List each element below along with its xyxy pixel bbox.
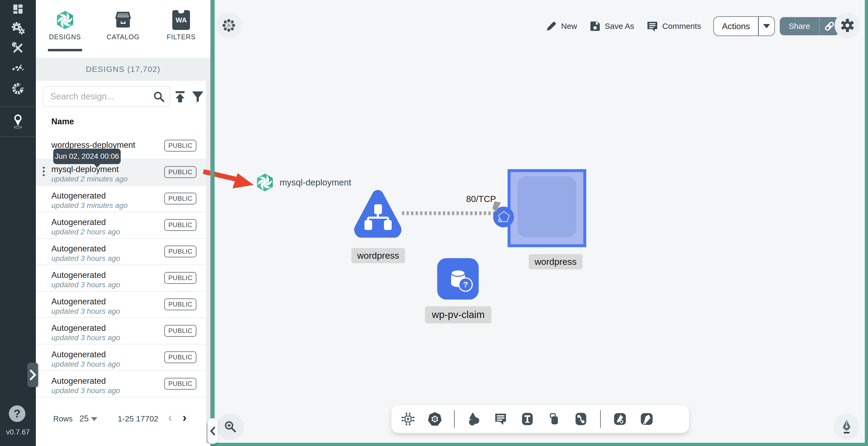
rows-label: Rows [53, 414, 73, 423]
wordpress-deployment-label: wordpress [529, 254, 583, 269]
mesh-settings-button[interactable] [216, 12, 242, 38]
panel-collapse-button[interactable] [208, 418, 218, 444]
search-input[interactable] [50, 87, 152, 106]
wordpress-service-label: wordpress [351, 248, 405, 263]
list-scrollbar-track[interactable] [206, 81, 210, 444]
design-name: mysql-deployment [51, 165, 119, 174]
zoom-in-icon [223, 420, 237, 434]
pencil-tool-icon[interactable] [639, 412, 654, 426]
actions-button[interactable]: Actions [713, 16, 775, 36]
nav-divider [0, 136, 36, 137]
design-list-item[interactable]: Autogenerated updated 3 hours ago PUBLIC [36, 291, 206, 318]
connect-curve-icon[interactable] [574, 412, 588, 426]
active-tab-underline [48, 49, 82, 51]
design-list-item[interactable]: Autogenerated updated 3 hours ago PUBLIC [36, 265, 206, 291]
design-updated-label: updated 3 hours ago [51, 307, 120, 316]
meshery-logo-icon [55, 10, 75, 31]
design-updated-label: updated 3 hours ago [51, 254, 120, 263]
nav-divider [0, 106, 36, 107]
canvas-border-bottom [211, 443, 868, 446]
prev-page-button[interactable]: ‹ [168, 411, 172, 423]
designs-list: wordpress-deployment PUBLIC mysql-deploy… [36, 133, 206, 398]
pen-mode-button[interactable] [834, 414, 860, 440]
save-as-button[interactable]: Save As [589, 21, 634, 32]
canvas-border-right [865, 0, 868, 446]
design-list-item[interactable]: Autogenerated updated 2 hours ago PUBLIC [36, 212, 206, 239]
visibility-badge: PUBLIC [164, 299, 196, 310]
mysql-node-label: mysql-deployment [280, 177, 351, 187]
list-pagination-footer: Rows 25 1-25 17702 ‹ › [36, 409, 206, 446]
pencil-icon [545, 20, 557, 32]
configuration-tools-icon[interactable] [11, 41, 25, 55]
chevron-right-icon [29, 370, 36, 380]
new-button[interactable]: New [545, 20, 577, 32]
rows-per-page-select[interactable]: 25 [80, 414, 89, 423]
tab-catalog[interactable]: CATALOG [94, 0, 152, 58]
design-list-item[interactable]: Autogenerated updated 3 hours ago PUBLIC [36, 371, 206, 398]
design-name: Autogenerated [51, 191, 106, 201]
visibility-badge: PUBLIC [164, 193, 196, 204]
comment-tool-icon[interactable] [493, 412, 508, 426]
design-name: Autogenerated [51, 270, 106, 280]
comments-button[interactable]: Comments [647, 20, 701, 32]
components-chip-icon[interactable] [401, 412, 415, 426]
dock-divider [454, 410, 455, 428]
share-button[interactable]: Share [780, 17, 839, 35]
upload-design-icon[interactable] [174, 90, 187, 104]
design-name: Autogenerated [51, 217, 106, 227]
mysql-deployment-node[interactable]: mysql-deployment [255, 173, 351, 192]
help-button[interactable]: ? [9, 405, 25, 422]
wp-pv-claim-node[interactable]: ? [437, 258, 479, 300]
frames-icon[interactable] [547, 412, 562, 426]
tab-designs[interactable]: DESIGNS [36, 0, 94, 58]
design-list-item[interactable]: Autogenerated updated 3 minutes ago PUBL… [36, 186, 206, 212]
filter-icon[interactable] [191, 90, 205, 104]
rows-per-page-caret-icon[interactable] [91, 417, 97, 421]
gear-icon [840, 18, 855, 33]
sidebar-expand-button[interactable] [27, 363, 38, 387]
visibility-badge: PUBLIC [164, 378, 196, 389]
wordpress-deployment-node[interactable] [507, 169, 586, 247]
comment-icon [647, 20, 658, 32]
timestamp-tooltip: Jun 02, 2024 00:06 [53, 148, 121, 164]
version-label: v0.7.67 [0, 428, 36, 436]
wp-pv-claim-label: wp-pv-claim [425, 306, 492, 323]
pen-nib-icon [840, 419, 853, 434]
lifecycle-gears-icon[interactable] [11, 22, 25, 35]
tab-filters[interactable]: WA FILTERS [152, 0, 210, 58]
design-list-item[interactable]: Autogenerated updated 3 hours ago PUBLIC [36, 344, 206, 371]
panel-tabs: DESIGNS CATALOG WA FILTERS [36, 0, 210, 58]
shapes-icon[interactable] [466, 412, 482, 426]
design-list-item[interactable]: Autogenerated updated 3 hours ago PUBLIC [36, 239, 206, 265]
design-name: Autogenerated [51, 376, 106, 386]
wordpress-service-node[interactable] [352, 188, 403, 241]
design-name: Autogenerated [51, 350, 106, 359]
dashboard-icon[interactable] [11, 2, 25, 16]
zoom-in-button[interactable] [217, 413, 244, 440]
visibility-badge: PUBLIC [164, 272, 196, 284]
settings-button[interactable] [835, 12, 860, 38]
kubernetes-icon[interactable] [427, 412, 442, 426]
kanvas-pin-icon[interactable] [11, 114, 25, 128]
extensions-mesh-icon[interactable] [11, 82, 25, 96]
design-list-item[interactable]: Autogenerated updated 3 hours ago PUBLIC [36, 318, 206, 344]
save-icon [589, 21, 601, 32]
chevron-left-icon [210, 426, 216, 436]
design-updated-label: updated 3 hours ago [51, 281, 120, 289]
service-edge [402, 211, 494, 215]
visibility-badge: PUBLIC [164, 219, 196, 231]
link-icon [824, 21, 835, 32]
performance-speedometer-icon[interactable] [11, 59, 25, 73]
design-updated-label: updated 3 hours ago [51, 334, 120, 342]
row-kebab-menu-icon[interactable] [43, 167, 45, 176]
pentagon-pod-icon [496, 209, 511, 225]
pen-tool-icon[interactable] [613, 412, 627, 426]
help-question-icon: ? [13, 407, 21, 420]
next-page-button[interactable]: › [183, 411, 186, 423]
design-updated-label: updated 3 hours ago [51, 360, 120, 369]
text-tool-icon[interactable] [520, 412, 535, 426]
design-name: Autogenerated [51, 323, 106, 333]
meshery-design-icon [255, 173, 274, 192]
actions-dropdown-caret[interactable] [759, 17, 774, 36]
pod-badge[interactable] [493, 207, 514, 228]
